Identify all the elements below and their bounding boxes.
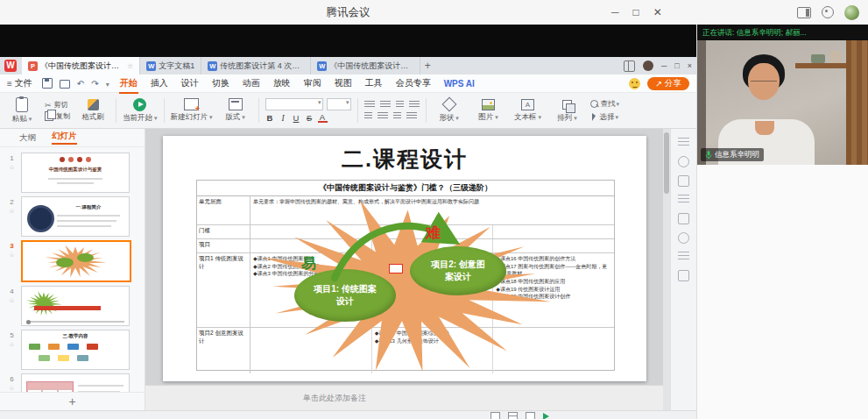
- normal-view-icon[interactable]: [490, 412, 500, 419]
- underline-button[interactable]: U: [292, 113, 301, 123]
- menu-tab-insert[interactable]: 插入: [150, 75, 169, 91]
- thumbnail-image[interactable]: [21, 286, 130, 326]
- color-scheme-icon[interactable]: [678, 195, 689, 205]
- align-left-icon[interactable]: [364, 112, 372, 120]
- indent-icon[interactable]: [396, 101, 404, 109]
- select-button[interactable]: 选择: [590, 112, 620, 123]
- slide-thumbnail-5[interactable]: 5 三.教学内容: [0, 328, 145, 372]
- menu-tab-slideshow[interactable]: 放映: [272, 75, 292, 91]
- thumbnail-image[interactable]: 一.课程简介: [21, 196, 130, 237]
- play-from-current-button[interactable]: 当前开始: [123, 98, 158, 124]
- menu-tab-member[interactable]: 会员专享: [395, 75, 432, 91]
- minimize-button[interactable]: ─: [611, 6, 619, 18]
- menu-tab-transition[interactable]: 切换: [211, 75, 230, 91]
- wps-logo-icon[interactable]: W: [4, 60, 17, 72]
- wps-maximize-button[interactable]: □: [674, 61, 679, 70]
- print-icon[interactable]: [60, 80, 70, 89]
- italic-button[interactable]: I: [279, 114, 288, 123]
- doc-tab-lesson-design[interactable]: W 传统图案设计第 4 次课教学整体设计: [201, 57, 311, 75]
- slide-canvas[interactable]: 二.课程设计 《中国传统图案设计与鉴赏》门槛？（三级递阶） 单元层面 单元要求：…: [145, 129, 663, 385]
- thumbnail-image[interactable]: 中国传统图案设计与鉴赏: [21, 153, 130, 193]
- project1-oval[interactable]: 项目1: 传统图案 设计: [294, 269, 396, 322]
- menu-tab-view[interactable]: 视图: [334, 75, 353, 91]
- new-tab-button[interactable]: +: [420, 60, 434, 72]
- align-center-icon[interactable]: [378, 112, 388, 120]
- font-size-select[interactable]: [327, 98, 351, 110]
- tab-slides[interactable]: 幻灯片: [52, 131, 77, 145]
- doc-tab-writer[interactable]: W 文字文稿1: [140, 57, 201, 75]
- thumbnail-image[interactable]: [21, 373, 130, 392]
- object-panel-icon[interactable]: [678, 175, 689, 187]
- slide-thumbnail-2[interactable]: 2 一.课程简介: [0, 195, 145, 238]
- arrange-button[interactable]: 排列: [551, 98, 584, 124]
- properties-panel-icon[interactable]: [678, 138, 689, 148]
- shapes-button[interactable]: 形状: [433, 97, 466, 124]
- user-avatar[interactable]: [844, 5, 859, 20]
- strikethrough-button[interactable]: S: [305, 113, 314, 123]
- chart-panel-icon[interactable]: [678, 213, 689, 224]
- slide-thumbnail-6[interactable]: 6: [0, 372, 145, 392]
- bullets-icon[interactable]: [364, 101, 375, 109]
- close-button[interactable]: ✕: [653, 6, 662, 18]
- menu-tab-animation[interactable]: 动画: [242, 75, 261, 91]
- share-button[interactable]: ↗ 分享: [647, 77, 689, 90]
- cut-button[interactable]: 剪切: [45, 100, 70, 110]
- undo-icon[interactable]: [77, 79, 84, 89]
- format-painter-button[interactable]: 格式刷: [76, 99, 109, 123]
- line-spacing-icon[interactable]: [409, 101, 420, 109]
- scrollbar-thumb[interactable]: [664, 132, 669, 194]
- comments-panel-icon[interactable]: [678, 252, 689, 262]
- slide-layout-button[interactable]: 版式: [219, 98, 252, 123]
- menu-tab-review[interactable]: 审阅: [303, 75, 322, 91]
- add-slide-button[interactable]: +: [68, 394, 75, 408]
- menu-tab-home[interactable]: 开始: [119, 75, 138, 91]
- wps-close-button[interactable]: ×: [688, 61, 692, 70]
- reading-view-icon[interactable]: [526, 412, 535, 419]
- wps-account-avatar[interactable]: [643, 60, 653, 71]
- font-color-button[interactable]: A: [318, 113, 328, 123]
- slide-thumbnail-3-selected[interactable]: 3: [0, 238, 145, 284]
- align-right-icon[interactable]: [393, 112, 401, 120]
- tab-outline[interactable]: 大纲: [19, 132, 36, 144]
- help-icon[interactable]: [678, 232, 689, 244]
- participant-video[interactable]: 信息系辛明明: [697, 40, 868, 165]
- redo-icon[interactable]: [91, 79, 98, 89]
- textbox-button[interactable]: A 文本框: [512, 99, 545, 123]
- justify-icon[interactable]: [406, 112, 417, 120]
- media-progress-bar[interactable]: [26, 321, 124, 323]
- slideshow-play-icon[interactable]: [543, 413, 549, 419]
- bold-button[interactable]: B: [265, 113, 275, 123]
- find-button[interactable]: 查找: [590, 99, 620, 110]
- thumbnail-image[interactable]: [21, 240, 131, 282]
- copy-button[interactable]: 复制: [45, 111, 70, 121]
- doc-tab-presentation[interactable]: P 《中国传统图案设计与鉴赏》 ☆: [22, 57, 140, 75]
- slide-thumbnail-1[interactable]: 1 中国传统图案设计与鉴赏: [0, 151, 145, 195]
- doc-tab-syllabus[interactable]: W 《中国传统图案设计与鉴赏》教学大纲: [311, 57, 420, 75]
- project2-oval[interactable]: 项目2: 创意图 案设计: [410, 246, 506, 295]
- favorite-star-icon[interactable]: ☆: [127, 62, 133, 70]
- menu-tab-wps-ai[interactable]: WPS AI: [443, 77, 476, 90]
- tab-list-icon[interactable]: [624, 60, 635, 72]
- paste-button[interactable]: 粘贴: [5, 97, 39, 124]
- save-icon[interactable]: [42, 78, 53, 89]
- picture-button[interactable]: 图片: [472, 99, 505, 123]
- slide-thumbnail-4[interactable]: 4: [0, 284, 145, 328]
- file-menu[interactable]: ≡ 文件: [7, 77, 32, 89]
- resource-panel-icon[interactable]: [678, 270, 689, 281]
- thumbnail-image[interactable]: 三.教学内容: [21, 330, 130, 370]
- quickbar-caret-icon[interactable]: [106, 79, 109, 89]
- maximize-button[interactable]: □: [633, 6, 639, 18]
- view-switch-icon[interactable]: [797, 7, 811, 18]
- animation-panel-icon[interactable]: [678, 156, 689, 167]
- feedback-smiley-icon[interactable]: [629, 78, 640, 89]
- wps-minimize-button[interactable]: ─: [661, 61, 667, 70]
- font-family-select[interactable]: [265, 98, 323, 110]
- new-slide-button[interactable]: 新建幻灯片: [171, 98, 213, 123]
- slide-sorter-icon[interactable]: [508, 412, 518, 419]
- menu-tab-design[interactable]: 设计: [180, 75, 200, 91]
- slide-3-editing[interactable]: 二.课程设计 《中国传统图案设计与鉴赏》门槛？（三级递阶） 单元层面 单元要求：…: [163, 136, 646, 381]
- notes-pane[interactable]: 单击此处添加备注: [145, 385, 663, 410]
- menu-tab-tools[interactable]: 工具: [364, 75, 384, 91]
- settings-icon[interactable]: [822, 6, 834, 18]
- canvas-scrollbar[interactable]: [663, 129, 670, 410]
